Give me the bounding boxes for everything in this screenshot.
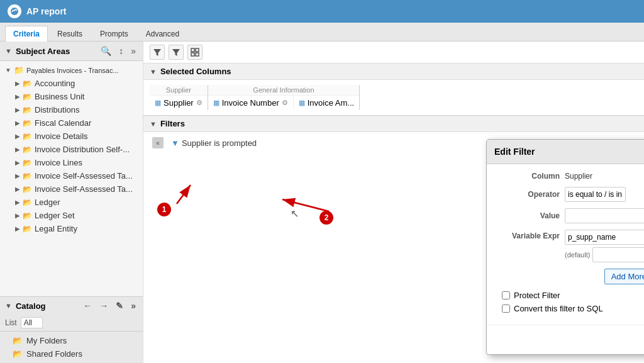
catalog-section: ▼ Catalog ← → ✎ » List All ▼ 📂 My Folder… xyxy=(0,296,143,363)
app-header: AP report xyxy=(0,0,644,23)
convert-sql-checkbox[interactable] xyxy=(502,304,510,313)
item-folder-icon: 📂 xyxy=(23,92,32,101)
item-arrow-icon: ▶ xyxy=(15,186,20,193)
sidebar-item-ledger[interactable]: ▶ 📂 Ledger xyxy=(0,196,143,209)
operator-row: Operator is equal to / is in ▼ xyxy=(497,187,644,202)
convert-sql-row: Convert this filter to SQL xyxy=(497,304,644,313)
item-folder-icon: 📂 xyxy=(23,172,32,181)
sidebar-item-label: Accounting xyxy=(35,79,75,88)
sidebar-title: Subject Areas xyxy=(16,47,95,56)
catalog-nav-back[interactable]: ← xyxy=(81,300,94,311)
item-arrow-icon: ▶ xyxy=(15,146,20,153)
catalog-item-my-folders[interactable]: 📂 My Folders xyxy=(0,334,143,347)
root-folder-icon: 📁 xyxy=(14,65,24,75)
catalog-list: 📂 My Folders 📂 Shared Folders xyxy=(0,332,143,363)
dialog-footer: OK Cancel xyxy=(487,325,644,354)
column-row: Column Supplier fx xyxy=(497,172,644,181)
catalog-header: ▼ Catalog ← → ✎ » xyxy=(0,297,143,315)
sidebar-collapse-arrow: ▼ xyxy=(5,47,12,55)
column-value: Supplier xyxy=(565,172,644,181)
item-folder-icon: 📂 xyxy=(23,132,32,141)
tab-advanced[interactable]: Advanced xyxy=(138,26,187,42)
catalog-nav-forward[interactable]: → xyxy=(97,300,110,311)
tab-criteria[interactable]: Criteria xyxy=(5,26,48,42)
var-expr-input-row: ✕ xyxy=(565,230,644,245)
sidebar-search-icon[interactable]: 🔍 xyxy=(99,45,113,57)
sidebar-item-inv-dist-self[interactable]: ▶ 📂 Invoice Distribution Self-... xyxy=(0,143,143,156)
catalog-list-label: List xyxy=(5,318,17,327)
catalog-item-label: Shared Folders xyxy=(26,349,82,359)
default-row: (default) xyxy=(565,247,644,262)
sidebar-item-inv-self-assessed-1[interactable]: ▶ 📂 Invoice Self-Assessed Ta... xyxy=(0,169,143,182)
var-inputs: ✕ (default) xyxy=(565,230,644,262)
item-folder-icon: 📂 xyxy=(23,119,32,128)
item-folder-icon: 📂 xyxy=(23,79,32,88)
edit-filter-dialog: Edit Filter ? ✕ Column Supplier fx Opera… xyxy=(486,139,644,355)
item-arrow-icon: ▶ xyxy=(15,80,20,87)
variable-expr-label: Variable Expr xyxy=(497,230,560,240)
sidebar-sort-icon[interactable]: ↕ xyxy=(117,45,125,57)
sidebar: ▼ Subject Areas 🔍 ↕ » ▼ 📁 Payables Invoi… xyxy=(0,42,143,363)
tree-area: ▼ 📁 Payables Invoices - Transac... ▶ 📂 A… xyxy=(0,61,143,296)
tab-results[interactable]: Results xyxy=(49,26,91,42)
item-folder-icon: 📂 xyxy=(23,159,32,167)
sidebar-item-label: Invoice Self-Assessed Ta... xyxy=(35,171,133,181)
item-folder-icon: 📂 xyxy=(23,198,32,207)
sidebar-item-fiscal-calendar[interactable]: ▶ 📂 Fiscal Calendar xyxy=(0,116,143,130)
protect-filter-row: Protect Filter xyxy=(497,291,644,300)
item-folder-icon: 📂 xyxy=(23,185,32,194)
value-input[interactable] xyxy=(565,208,644,223)
sidebar-item-distributions[interactable]: ▶ 📂 Distributions xyxy=(0,103,143,116)
sidebar-header: ▼ Subject Areas 🔍 ↕ » xyxy=(0,42,143,61)
sidebar-item-business-unit[interactable]: ▶ 📂 Business Unit xyxy=(0,90,143,103)
default-label: (default) xyxy=(565,251,590,259)
sidebar-item-legal-entity[interactable]: ▶ 📂 Legal Entity xyxy=(0,222,143,235)
catalog-edit-icon[interactable]: ✎ xyxy=(114,300,125,311)
protect-filter-checkbox[interactable] xyxy=(502,291,510,299)
convert-sql-label: Convert this filter to SQL xyxy=(514,304,603,313)
sidebar-item-label: Invoice Lines xyxy=(35,158,82,167)
item-folder-icon: 📂 xyxy=(23,211,32,220)
sidebar-item-label: Distributions xyxy=(35,105,80,114)
sidebar-item-invoice-details[interactable]: ▶ 📂 Invoice Details xyxy=(0,130,143,143)
item-arrow-icon: ▶ xyxy=(15,120,20,126)
value-row: Value ▼ 🔍 xyxy=(497,208,644,223)
add-more-options-btn[interactable]: Add More Options ▼ xyxy=(604,269,644,284)
sidebar-item-label: Fiscal Calendar xyxy=(35,118,91,128)
column-label: Column xyxy=(497,172,560,181)
sidebar-item-accounting[interactable]: ▶ 📂 Accounting xyxy=(0,77,143,90)
tab-prompts[interactable]: Prompts xyxy=(92,26,136,42)
catalog-list-value[interactable]: All xyxy=(21,317,43,328)
operator-select-wrapper: is equal to / is in ▼ xyxy=(565,187,644,202)
catalog-item-shared-folders[interactable]: 📂 Shared Folders xyxy=(0,347,143,360)
root-arrow-icon: ▼ xyxy=(5,67,11,74)
value-label: Value xyxy=(497,211,560,220)
sidebar-item-ledger-set[interactable]: ▶ 📂 Ledger Set xyxy=(0,209,143,222)
operator-select[interactable]: is equal to / is in xyxy=(565,187,626,202)
right-panel: ▼ Selected Columns Supplier ▦ Supplier ⚙… xyxy=(143,42,644,363)
sidebar-item-label: Ledger xyxy=(35,198,60,207)
item-folder-icon: 📂 xyxy=(23,106,32,114)
item-arrow-icon: ▶ xyxy=(15,159,20,166)
sidebar-item-label: Legal Entity xyxy=(35,224,77,233)
item-arrow-icon: ▶ xyxy=(15,106,20,113)
default-input[interactable] xyxy=(592,247,644,262)
sidebar-item-label: Invoice Details xyxy=(35,131,88,141)
sidebar-expand-icon[interactable]: » xyxy=(129,45,138,57)
item-arrow-icon: ▶ xyxy=(15,225,20,232)
tree-root-item[interactable]: ▼ 📁 Payables Invoices - Transac... xyxy=(0,64,143,77)
add-more-options-label: Add More Options xyxy=(611,272,644,281)
variable-expr-input[interactable] xyxy=(565,230,644,245)
catalog-expand-icon[interactable]: » xyxy=(129,300,138,311)
sidebar-item-invoice-lines[interactable]: ▶ 📂 Invoice Lines xyxy=(0,156,143,169)
item-arrow-icon: ▶ xyxy=(15,212,20,219)
dialog-body: Column Supplier fx Operator is equal to … xyxy=(487,164,644,325)
sidebar-item-label: Ledger Set xyxy=(35,211,75,220)
item-arrow-icon: ▶ xyxy=(15,172,20,179)
sidebar-item-inv-self-assessed-2[interactable]: ▶ 📂 Invoice Self-Assessed Ta... xyxy=(0,182,143,196)
tabs-bar: Criteria Results Prompts Advanced xyxy=(0,23,644,42)
sidebar-item-label: Invoice Distribution Self-... xyxy=(35,145,130,154)
catalog-controls: List All ▼ xyxy=(0,315,143,332)
catalog-title: Catalog xyxy=(16,301,77,311)
item-arrow-icon: ▶ xyxy=(15,133,20,140)
